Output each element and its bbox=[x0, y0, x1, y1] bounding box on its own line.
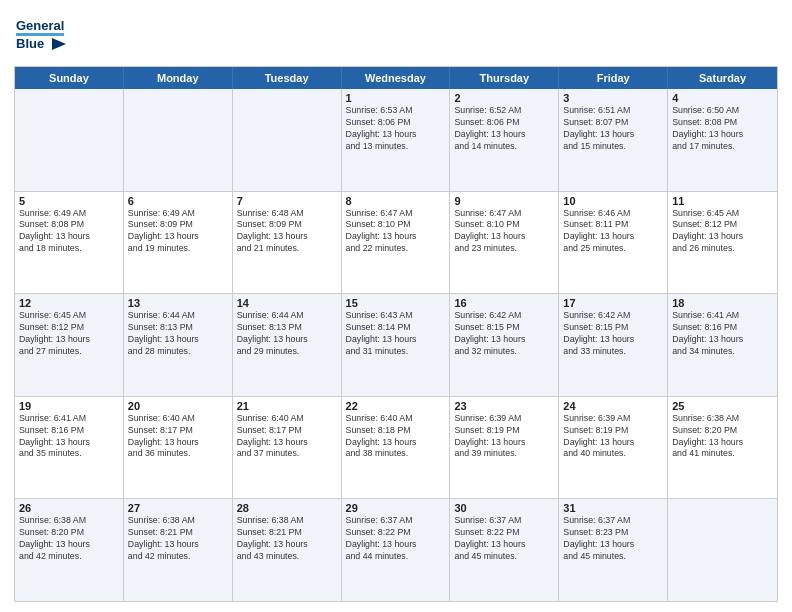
day-info: Sunrise: 6:37 AM Sunset: 8:22 PM Dayligh… bbox=[346, 515, 446, 563]
empty-cell-4-6 bbox=[668, 499, 777, 601]
weekday-header-friday: Friday bbox=[559, 67, 668, 89]
day-cell-5: 5Sunrise: 6:49 AM Sunset: 8:08 PM Daylig… bbox=[15, 192, 124, 294]
day-cell-18: 18Sunrise: 6:41 AM Sunset: 8:16 PM Dayli… bbox=[668, 294, 777, 396]
day-info: Sunrise: 6:43 AM Sunset: 8:14 PM Dayligh… bbox=[346, 310, 446, 358]
day-number: 29 bbox=[346, 502, 446, 514]
day-number: 16 bbox=[454, 297, 554, 309]
day-cell-15: 15Sunrise: 6:43 AM Sunset: 8:14 PM Dayli… bbox=[342, 294, 451, 396]
day-number: 27 bbox=[128, 502, 228, 514]
day-cell-17: 17Sunrise: 6:42 AM Sunset: 8:15 PM Dayli… bbox=[559, 294, 668, 396]
calendar-row-2: 12Sunrise: 6:45 AM Sunset: 8:12 PM Dayli… bbox=[15, 293, 777, 396]
day-cell-8: 8Sunrise: 6:47 AM Sunset: 8:10 PM Daylig… bbox=[342, 192, 451, 294]
page: General Blue SundayMondayTuesdayWednesda… bbox=[0, 0, 792, 612]
weekday-header-wednesday: Wednesday bbox=[342, 67, 451, 89]
day-cell-3: 3Sunrise: 6:51 AM Sunset: 8:07 PM Daylig… bbox=[559, 89, 668, 191]
day-cell-25: 25Sunrise: 6:38 AM Sunset: 8:20 PM Dayli… bbox=[668, 397, 777, 499]
weekday-header-saturday: Saturday bbox=[668, 67, 777, 89]
day-cell-26: 26Sunrise: 6:38 AM Sunset: 8:20 PM Dayli… bbox=[15, 499, 124, 601]
day-number: 1 bbox=[346, 92, 446, 104]
day-info: Sunrise: 6:50 AM Sunset: 8:08 PM Dayligh… bbox=[672, 105, 773, 153]
day-info: Sunrise: 6:49 AM Sunset: 8:08 PM Dayligh… bbox=[19, 208, 119, 256]
day-number: 14 bbox=[237, 297, 337, 309]
day-number: 2 bbox=[454, 92, 554, 104]
logo-icon: General Blue bbox=[14, 10, 66, 60]
logo: General Blue bbox=[14, 10, 66, 60]
day-info: Sunrise: 6:38 AM Sunset: 8:20 PM Dayligh… bbox=[672, 413, 773, 461]
day-cell-19: 19Sunrise: 6:41 AM Sunset: 8:16 PM Dayli… bbox=[15, 397, 124, 499]
day-info: Sunrise: 6:44 AM Sunset: 8:13 PM Dayligh… bbox=[128, 310, 228, 358]
day-info: Sunrise: 6:53 AM Sunset: 8:06 PM Dayligh… bbox=[346, 105, 446, 153]
day-number: 4 bbox=[672, 92, 773, 104]
weekday-header-monday: Monday bbox=[124, 67, 233, 89]
day-number: 11 bbox=[672, 195, 773, 207]
day-cell-6: 6Sunrise: 6:49 AM Sunset: 8:09 PM Daylig… bbox=[124, 192, 233, 294]
day-cell-12: 12Sunrise: 6:45 AM Sunset: 8:12 PM Dayli… bbox=[15, 294, 124, 396]
day-info: Sunrise: 6:41 AM Sunset: 8:16 PM Dayligh… bbox=[672, 310, 773, 358]
day-info: Sunrise: 6:44 AM Sunset: 8:13 PM Dayligh… bbox=[237, 310, 337, 358]
day-info: Sunrise: 6:40 AM Sunset: 8:18 PM Dayligh… bbox=[346, 413, 446, 461]
day-number: 20 bbox=[128, 400, 228, 412]
day-info: Sunrise: 6:40 AM Sunset: 8:17 PM Dayligh… bbox=[128, 413, 228, 461]
day-cell-29: 29Sunrise: 6:37 AM Sunset: 8:22 PM Dayli… bbox=[342, 499, 451, 601]
day-number: 30 bbox=[454, 502, 554, 514]
day-info: Sunrise: 6:46 AM Sunset: 8:11 PM Dayligh… bbox=[563, 208, 663, 256]
day-cell-1: 1Sunrise: 6:53 AM Sunset: 8:06 PM Daylig… bbox=[342, 89, 451, 191]
day-info: Sunrise: 6:39 AM Sunset: 8:19 PM Dayligh… bbox=[454, 413, 554, 461]
day-info: Sunrise: 6:45 AM Sunset: 8:12 PM Dayligh… bbox=[19, 310, 119, 358]
day-cell-14: 14Sunrise: 6:44 AM Sunset: 8:13 PM Dayli… bbox=[233, 294, 342, 396]
day-cell-9: 9Sunrise: 6:47 AM Sunset: 8:10 PM Daylig… bbox=[450, 192, 559, 294]
day-info: Sunrise: 6:47 AM Sunset: 8:10 PM Dayligh… bbox=[454, 208, 554, 256]
day-cell-20: 20Sunrise: 6:40 AM Sunset: 8:17 PM Dayli… bbox=[124, 397, 233, 499]
day-cell-13: 13Sunrise: 6:44 AM Sunset: 8:13 PM Dayli… bbox=[124, 294, 233, 396]
day-number: 15 bbox=[346, 297, 446, 309]
day-cell-16: 16Sunrise: 6:42 AM Sunset: 8:15 PM Dayli… bbox=[450, 294, 559, 396]
day-number: 31 bbox=[563, 502, 663, 514]
day-info: Sunrise: 6:38 AM Sunset: 8:21 PM Dayligh… bbox=[128, 515, 228, 563]
weekday-header-thursday: Thursday bbox=[450, 67, 559, 89]
day-number: 5 bbox=[19, 195, 119, 207]
day-info: Sunrise: 6:51 AM Sunset: 8:07 PM Dayligh… bbox=[563, 105, 663, 153]
day-number: 24 bbox=[563, 400, 663, 412]
day-cell-23: 23Sunrise: 6:39 AM Sunset: 8:19 PM Dayli… bbox=[450, 397, 559, 499]
day-cell-22: 22Sunrise: 6:40 AM Sunset: 8:18 PM Dayli… bbox=[342, 397, 451, 499]
empty-cell-0-0 bbox=[15, 89, 124, 191]
day-info: Sunrise: 6:42 AM Sunset: 8:15 PM Dayligh… bbox=[454, 310, 554, 358]
day-info: Sunrise: 6:39 AM Sunset: 8:19 PM Dayligh… bbox=[563, 413, 663, 461]
svg-text:General: General bbox=[16, 18, 64, 33]
day-info: Sunrise: 6:37 AM Sunset: 8:22 PM Dayligh… bbox=[454, 515, 554, 563]
day-number: 19 bbox=[19, 400, 119, 412]
day-cell-11: 11Sunrise: 6:45 AM Sunset: 8:12 PM Dayli… bbox=[668, 192, 777, 294]
calendar-row-0: 1Sunrise: 6:53 AM Sunset: 8:06 PM Daylig… bbox=[15, 89, 777, 191]
weekday-header-tuesday: Tuesday bbox=[233, 67, 342, 89]
day-cell-31: 31Sunrise: 6:37 AM Sunset: 8:23 PM Dayli… bbox=[559, 499, 668, 601]
svg-marker-3 bbox=[52, 38, 66, 50]
day-number: 10 bbox=[563, 195, 663, 207]
day-info: Sunrise: 6:45 AM Sunset: 8:12 PM Dayligh… bbox=[672, 208, 773, 256]
day-number: 17 bbox=[563, 297, 663, 309]
calendar-body: 1Sunrise: 6:53 AM Sunset: 8:06 PM Daylig… bbox=[15, 89, 777, 601]
svg-text:Blue: Blue bbox=[16, 36, 44, 51]
day-info: Sunrise: 6:38 AM Sunset: 8:20 PM Dayligh… bbox=[19, 515, 119, 563]
day-cell-27: 27Sunrise: 6:38 AM Sunset: 8:21 PM Dayli… bbox=[124, 499, 233, 601]
day-number: 9 bbox=[454, 195, 554, 207]
day-number: 8 bbox=[346, 195, 446, 207]
calendar-header: SundayMondayTuesdayWednesdayThursdayFrid… bbox=[15, 67, 777, 89]
day-number: 28 bbox=[237, 502, 337, 514]
header: General Blue bbox=[14, 10, 778, 60]
day-number: 21 bbox=[237, 400, 337, 412]
calendar-row-4: 26Sunrise: 6:38 AM Sunset: 8:20 PM Dayli… bbox=[15, 498, 777, 601]
day-number: 7 bbox=[237, 195, 337, 207]
day-number: 26 bbox=[19, 502, 119, 514]
day-number: 25 bbox=[672, 400, 773, 412]
day-number: 6 bbox=[128, 195, 228, 207]
day-cell-30: 30Sunrise: 6:37 AM Sunset: 8:22 PM Dayli… bbox=[450, 499, 559, 601]
empty-cell-0-1 bbox=[124, 89, 233, 191]
day-cell-24: 24Sunrise: 6:39 AM Sunset: 8:19 PM Dayli… bbox=[559, 397, 668, 499]
day-info: Sunrise: 6:47 AM Sunset: 8:10 PM Dayligh… bbox=[346, 208, 446, 256]
day-info: Sunrise: 6:48 AM Sunset: 8:09 PM Dayligh… bbox=[237, 208, 337, 256]
day-cell-7: 7Sunrise: 6:48 AM Sunset: 8:09 PM Daylig… bbox=[233, 192, 342, 294]
day-info: Sunrise: 6:42 AM Sunset: 8:15 PM Dayligh… bbox=[563, 310, 663, 358]
day-cell-10: 10Sunrise: 6:46 AM Sunset: 8:11 PM Dayli… bbox=[559, 192, 668, 294]
day-cell-4: 4Sunrise: 6:50 AM Sunset: 8:08 PM Daylig… bbox=[668, 89, 777, 191]
day-number: 22 bbox=[346, 400, 446, 412]
